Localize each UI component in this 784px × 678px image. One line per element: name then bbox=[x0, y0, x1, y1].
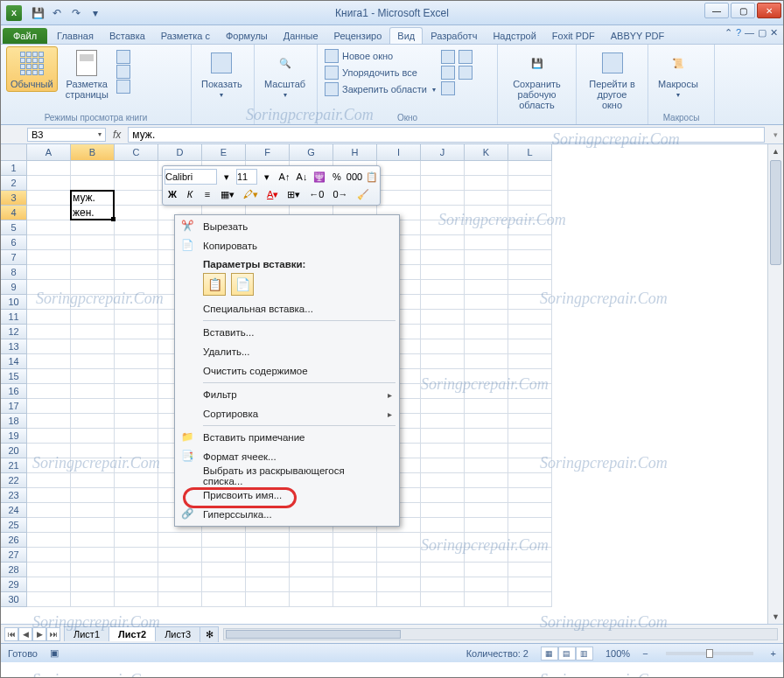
row-header-1[interactable]: 1 bbox=[1, 161, 27, 176]
qat-dropdown[interactable]: ▾ bbox=[87, 4, 104, 22]
cell-J25[interactable] bbox=[421, 518, 465, 533]
cell-J17[interactable] bbox=[421, 399, 465, 414]
cell-E28[interactable] bbox=[202, 563, 246, 577]
cell-L23[interactable] bbox=[508, 488, 552, 503]
mini-font-dd[interactable]: ▾ bbox=[219, 169, 234, 185]
cell-L8[interactable] bbox=[508, 265, 552, 280]
merge-icon[interactable]: ⊞▾ bbox=[284, 186, 304, 202]
paste-option-all[interactable]: 📋 bbox=[203, 273, 226, 296]
unhide-icon[interactable] bbox=[441, 81, 455, 95]
cell-A21[interactable] bbox=[27, 458, 71, 473]
cm-sort[interactable]: Сортировка bbox=[177, 404, 397, 423]
cell-A6[interactable] bbox=[27, 235, 71, 250]
new-window-button[interactable]: Новое окно bbox=[323, 48, 438, 64]
file-tab[interactable]: Файл bbox=[3, 28, 47, 44]
name-box[interactable]: B3▾ bbox=[27, 128, 106, 142]
cell-I28[interactable] bbox=[377, 563, 421, 577]
cell-J30[interactable] bbox=[421, 592, 465, 607]
cm-pick-list[interactable]: Выбрать из раскрывающегося списка... bbox=[177, 466, 397, 486]
cell-L7[interactable] bbox=[508, 250, 552, 265]
percent-icon[interactable]: % bbox=[329, 169, 345, 185]
cell-G28[interactable] bbox=[290, 563, 333, 577]
cell-C8[interactable] bbox=[115, 265, 158, 280]
cell-B30[interactable] bbox=[71, 592, 115, 607]
cell-B22[interactable] bbox=[71, 473, 115, 488]
col-header-H[interactable]: H bbox=[333, 144, 377, 161]
row-header-10[interactable]: 10 bbox=[1, 295, 27, 310]
row-header-2[interactable]: 2 bbox=[1, 176, 27, 191]
row-header-3[interactable]: 3 bbox=[1, 191, 27, 206]
row-header-8[interactable]: 8 bbox=[1, 265, 27, 280]
cell-C1[interactable] bbox=[115, 161, 158, 176]
view-pagelayout-button[interactable]: Разметка страницы bbox=[61, 46, 113, 102]
cell-I3[interactable] bbox=[377, 191, 421, 206]
col-header-C[interactable]: C bbox=[115, 144, 158, 161]
worksheet-grid[interactable]: ABCDEFGHIJKL 123456789101112131415161718… bbox=[1, 144, 783, 624]
col-header-I[interactable]: I bbox=[377, 144, 421, 161]
cell-H27[interactable] bbox=[333, 548, 377, 563]
status-macro-icon[interactable]: ▣ bbox=[50, 647, 59, 659]
tab-nav-first[interactable]: ⏮ bbox=[4, 627, 18, 641]
cell-D27[interactable] bbox=[158, 548, 202, 563]
cell-A23[interactable] bbox=[27, 488, 71, 503]
doc-close-icon[interactable]: ✕ bbox=[770, 27, 778, 38]
sheet-tab-1[interactable]: Лист1 bbox=[64, 626, 109, 641]
cell-L19[interactable] bbox=[508, 429, 552, 444]
border-icon[interactable]: ▦▾ bbox=[217, 186, 238, 202]
cell-J7[interactable] bbox=[421, 250, 465, 265]
cell-A8[interactable] bbox=[27, 265, 71, 280]
cell-L20[interactable] bbox=[508, 444, 552, 458]
cell-I26[interactable] bbox=[377, 533, 421, 548]
align-center-icon[interactable]: ≡ bbox=[200, 186, 215, 202]
col-header-F[interactable]: F bbox=[246, 144, 290, 161]
cell-C3[interactable] bbox=[115, 191, 158, 206]
cell-I27[interactable] bbox=[377, 548, 421, 563]
cell-J19[interactable] bbox=[421, 429, 465, 444]
cell-J4[interactable] bbox=[421, 206, 465, 220]
cell-D26[interactable] bbox=[158, 533, 202, 548]
mini-size-dd[interactable]: ▾ bbox=[259, 169, 275, 185]
cell-K8[interactable] bbox=[465, 265, 508, 280]
tab-review[interactable]: Рецензиро bbox=[326, 27, 390, 44]
cell-B11[interactable] bbox=[71, 310, 115, 325]
cell-G29[interactable] bbox=[290, 577, 333, 592]
cell-L10[interactable] bbox=[508, 295, 552, 310]
cell-B7[interactable] bbox=[71, 250, 115, 265]
cell-A10[interactable] bbox=[27, 295, 71, 310]
cell-J28[interactable] bbox=[421, 563, 465, 577]
cell-J2[interactable] bbox=[421, 176, 465, 191]
cell-K15[interactable] bbox=[465, 369, 508, 384]
cell-K21[interactable] bbox=[465, 458, 508, 473]
cell-L9[interactable] bbox=[508, 280, 552, 295]
cell-K5[interactable] bbox=[465, 220, 508, 235]
cell-L14[interactable] bbox=[508, 354, 552, 369]
cell-L12[interactable] bbox=[508, 325, 552, 339]
cm-delete[interactable]: Удалить... bbox=[177, 342, 397, 361]
cell-K26[interactable] bbox=[465, 533, 508, 548]
row-header-27[interactable]: 27 bbox=[1, 548, 27, 563]
cell-A18[interactable] bbox=[27, 414, 71, 429]
cm-cut[interactable]: ✂️Вырезать bbox=[177, 217, 397, 236]
cell-K24[interactable] bbox=[465, 503, 508, 518]
tab-data[interactable]: Данные bbox=[276, 27, 326, 44]
cell-J9[interactable] bbox=[421, 280, 465, 295]
cell-K23[interactable] bbox=[465, 488, 508, 503]
cell-L5[interactable] bbox=[508, 220, 552, 235]
format-painter-icon[interactable]: 📋 bbox=[364, 169, 380, 185]
cell-A24[interactable] bbox=[27, 503, 71, 518]
cell-A26[interactable] bbox=[27, 533, 71, 548]
help-icon[interactable]: ? bbox=[736, 27, 741, 38]
cell-E26[interactable] bbox=[202, 533, 246, 548]
zoom-out-icon[interactable]: − bbox=[642, 648, 648, 659]
redo-button[interactable]: ↷ bbox=[67, 4, 85, 22]
cell-B2[interactable] bbox=[71, 176, 115, 191]
cell-C30[interactable] bbox=[115, 592, 158, 607]
pagebreak-icon[interactable] bbox=[116, 50, 130, 64]
cell-L15[interactable] bbox=[508, 369, 552, 384]
cell-K20[interactable] bbox=[465, 444, 508, 458]
cell-K13[interactable] bbox=[465, 339, 508, 354]
accounting-icon[interactable]: 🕎 bbox=[312, 169, 327, 185]
cell-A29[interactable] bbox=[27, 577, 71, 592]
close-button[interactable]: ✕ bbox=[757, 3, 781, 18]
row-header-12[interactable]: 12 bbox=[1, 325, 27, 339]
